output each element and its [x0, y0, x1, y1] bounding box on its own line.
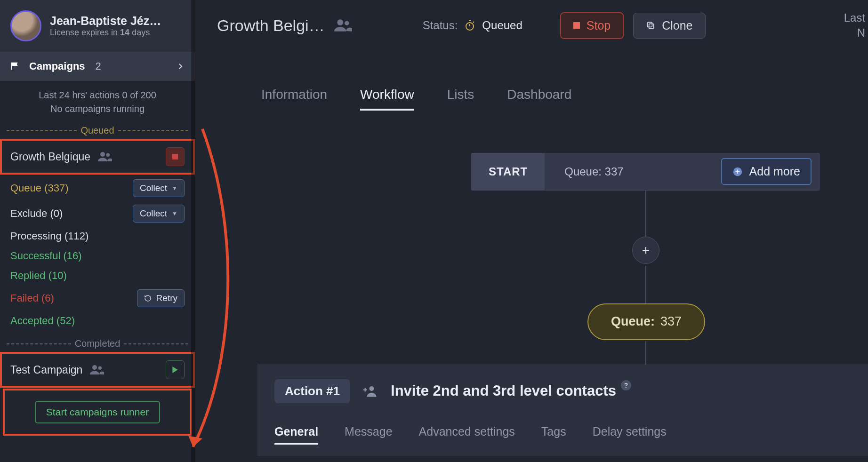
profile-block: Jean-Baptiste Jéz… License expires in 14…	[0, 0, 195, 52]
tab-dashboard[interactable]: Dashboard	[507, 87, 571, 111]
start-campaigns-runner-button[interactable]: Start campaigns runner	[35, 401, 160, 423]
exclude-collect-select[interactable]: Collect▼	[133, 205, 185, 223]
chevron-down-icon: ▼	[172, 185, 177, 191]
stat-queue[interactable]: Queue (337) Collect▼	[9, 175, 185, 201]
avatar[interactable]	[10, 10, 41, 41]
svg-rect-10	[648, 23, 652, 27]
chevron-right-icon	[176, 62, 185, 71]
nav-campaigns-count: 2	[96, 60, 101, 72]
action-tab-delay[interactable]: Delay settings	[593, 425, 667, 445]
action-tab-message[interactable]: Message	[345, 425, 392, 445]
action-badge: Action #1	[274, 379, 350, 403]
workflow-canvas: START Queue: 337 Add more + Queue: 337 A…	[217, 153, 868, 462]
main-area: Growth Belgi… Status: Queued Stop Clone …	[195, 0, 868, 462]
campaign-play-button[interactable]	[166, 360, 185, 379]
nav-campaigns-label: Campaigns	[29, 60, 85, 72]
tab-workflow[interactable]: Workflow	[360, 87, 414, 111]
workflow-start-bar: START Queue: 337 Add more	[471, 153, 820, 191]
start-runner-box: Start campaigns runner	[3, 389, 192, 436]
status-indicator: Status: Queued	[423, 19, 522, 32]
svg-point-1	[106, 153, 110, 157]
svg-rect-2	[172, 154, 178, 159]
queue-pill[interactable]: Queue: 337	[587, 303, 705, 340]
svg-rect-8	[573, 22, 580, 29]
queue-collect-select[interactable]: Collect▼	[133, 179, 185, 197]
stopwatch-icon	[464, 20, 475, 31]
add-step-button[interactable]: +	[632, 237, 659, 264]
nav-campaigns[interactable]: Campaigns 2	[0, 52, 195, 81]
stop-button[interactable]: Stop	[560, 12, 624, 39]
license-info: License expires in 14 days	[50, 28, 161, 38]
last-timestamp: Last N	[844, 10, 868, 41]
stat-replied[interactable]: Replied (10)	[9, 266, 185, 286]
svg-rect-9	[649, 24, 654, 29]
copy-icon	[646, 21, 655, 30]
retry-icon	[144, 295, 152, 302]
campaign-stats: Queue (337) Collect▼ Exclude (0) Collect…	[0, 175, 195, 335]
campaign-completed-name: Test Campaign	[10, 364, 82, 376]
actions-info: Last 24 hrs' actions 0 of 200 No campaig…	[0, 81, 195, 122]
action-panel: Action #1 Invite 2nd and 3rd level conta…	[257, 365, 868, 456]
workflow-queue-value: Queue: 337	[545, 165, 623, 178]
plus-circle-icon	[732, 167, 743, 177]
svg-point-12	[370, 386, 374, 391]
clone-button[interactable]: Clone	[633, 13, 705, 39]
help-icon[interactable]: ?	[621, 380, 631, 390]
add-more-button[interactable]: Add more	[721, 158, 812, 185]
page-title: Growth Belgi…	[217, 16, 325, 35]
connector-line	[645, 266, 646, 303]
campaign-queued-row[interactable]: Growth Belgique	[0, 139, 195, 175]
workflow-start-label: START	[472, 153, 545, 190]
action-tab-general[interactable]: General	[274, 425, 318, 445]
topbar: Growth Belgi… Status: Queued Stop Clone …	[217, 10, 868, 41]
action-tab-tags[interactable]: Tags	[541, 425, 566, 445]
stat-successful[interactable]: Successful (16)	[9, 246, 185, 266]
svg-point-6	[345, 21, 349, 26]
connector-line	[645, 191, 646, 238]
people-icon	[98, 151, 112, 162]
campaign-stop-button[interactable]	[166, 147, 185, 166]
campaign-completed-row[interactable]: Test Campaign	[0, 352, 195, 388]
stat-exclude[interactable]: Exclude (0) Collect▼	[9, 201, 185, 226]
profile-name: Jean-Baptiste Jéz…	[50, 14, 161, 28]
add-person-icon	[363, 385, 378, 397]
svg-point-3	[92, 365, 97, 370]
action-tabs: General Message Advanced settings Tags D…	[274, 425, 851, 445]
retry-button[interactable]: Retry	[137, 289, 185, 307]
people-icon	[334, 19, 352, 32]
svg-point-0	[100, 152, 105, 157]
separator-completed: Completed	[0, 335, 195, 352]
flag-icon	[10, 61, 21, 72]
action-tab-advanced[interactable]: Advanced settings	[419, 425, 515, 445]
sidebar: Jean-Baptiste Jéz… License expires in 14…	[0, 0, 195, 462]
stat-processing[interactable]: Processing (112)	[9, 226, 185, 246]
separator-queued: Queued	[0, 122, 195, 139]
svg-point-4	[98, 366, 102, 370]
stat-failed[interactable]: Failed (6) Retry	[9, 286, 185, 311]
people-icon	[90, 365, 104, 375]
stop-icon	[573, 22, 580, 29]
campaign-queued-name: Growth Belgique	[10, 151, 90, 163]
action-title: Invite 2nd and 3rd level contacts ?	[391, 382, 631, 399]
tab-information[interactable]: Information	[261, 87, 327, 111]
tab-lists[interactable]: Lists	[447, 87, 474, 111]
main-tabs: Information Workflow Lists Dashboard	[217, 87, 868, 111]
svg-point-5	[337, 20, 343, 26]
stat-accepted[interactable]: Accepted (52)	[9, 311, 185, 331]
chevron-down-icon: ▼	[172, 210, 177, 217]
